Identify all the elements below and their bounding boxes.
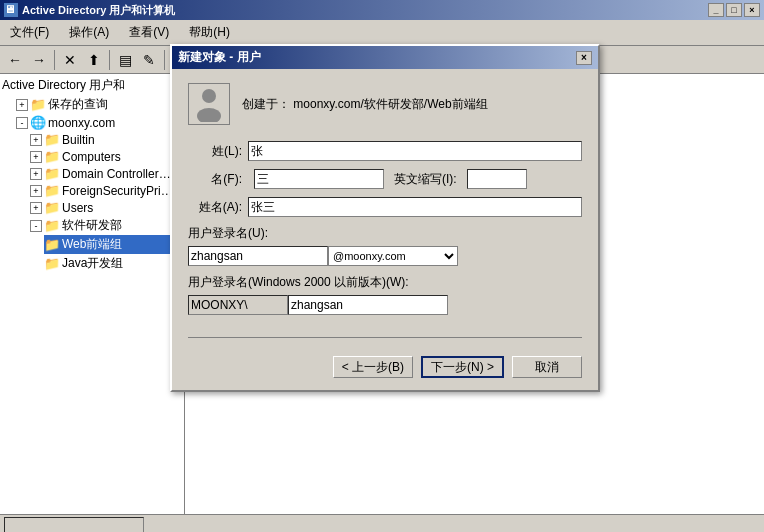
users-label: Users: [62, 201, 93, 215]
first-name-input[interactable]: [254, 169, 384, 189]
sidebar-header: Active Directory 用户和: [2, 76, 182, 95]
sidebar-item-fsp[interactable]: + 📁 ForeignSecurityPri…: [30, 182, 182, 199]
computers-label: Computers: [62, 150, 121, 164]
fsp-label: ForeignSecurityPri…: [62, 184, 173, 198]
winnt-input[interactable]: [288, 295, 448, 315]
minimize-button[interactable]: _: [708, 3, 724, 17]
domain-label: moonxy.com: [48, 116, 115, 130]
created-in-path-value: moonxy.com/软件研发部/Web前端组: [293, 97, 487, 111]
domain-select[interactable]: @moonxy.com: [328, 246, 458, 266]
expander-saved-queries[interactable]: +: [16, 99, 28, 111]
svg-point-0: [202, 89, 216, 103]
toolbar-separator-2: [109, 50, 110, 70]
full-name-input[interactable]: [248, 197, 582, 217]
menu-action[interactable]: 操作(A): [63, 22, 115, 43]
sidebar: Active Directory 用户和 + 📁 保存的查询 - 🌐 moonx…: [0, 74, 185, 514]
up-button[interactable]: ⬆: [83, 49, 105, 71]
user-avatar: [188, 83, 230, 125]
menu-file[interactable]: 文件(F): [4, 22, 55, 43]
sidebar-item-web-team[interactable]: 📁 Web前端组: [44, 235, 182, 254]
expander-domain[interactable]: -: [16, 117, 28, 129]
winnt-prefix: MOONXY\: [188, 295, 288, 315]
svg-point-1: [197, 108, 221, 122]
sidebar-item-domain[interactable]: - 🌐 moonxy.com: [16, 114, 182, 131]
menu-view[interactable]: 查看(V): [123, 22, 175, 43]
stop-button[interactable]: ✕: [59, 49, 81, 71]
person-icon: [193, 86, 225, 122]
saved-queries-label: 保存的查询: [48, 96, 108, 113]
java-team-label: Java开发组: [62, 255, 123, 272]
initials-label: 英文缩写(I):: [390, 171, 461, 188]
forward-button[interactable]: →: [28, 49, 50, 71]
login-section-label: 用户登录名(U):: [188, 225, 582, 242]
web-team-label: Web前端组: [62, 236, 122, 253]
toolbar-separator-3: [164, 50, 165, 70]
menu-help[interactable]: 帮助(H): [183, 22, 236, 43]
next-button[interactable]: 下一步(N) >: [421, 356, 504, 378]
back-button[interactable]: ←: [4, 49, 26, 71]
sidebar-item-java-team[interactable]: 📁 Java开发组: [44, 254, 182, 273]
last-name-label: 姓(L):: [188, 143, 248, 160]
sidebar-item-dc[interactable]: + 📁 Domain Controller…: [30, 165, 182, 182]
last-name-input[interactable]: [248, 141, 582, 161]
sidebar-item-builtin[interactable]: + 📁 Builtin: [30, 131, 182, 148]
dialog-footer: < 上一步(B) 下一步(N) > 取消: [172, 348, 598, 390]
winnt-section-label: 用户登录名(Windows 2000 以前版本)(W):: [188, 274, 582, 291]
created-in-label: 创建于：: [242, 97, 290, 111]
dialog-title-text: 新建对象 - 用户: [178, 49, 261, 66]
sidebar-item-computers[interactable]: + 📁 Computers: [30, 148, 182, 165]
full-name-label: 姓名(A):: [188, 199, 248, 216]
expander-computers[interactable]: +: [30, 151, 42, 163]
sidebar-item-saved-queries[interactable]: + 📁 保存的查询: [16, 95, 182, 114]
expander-users[interactable]: +: [30, 202, 42, 214]
dialog-close-button[interactable]: ×: [576, 51, 592, 65]
login-row: @moonxy.com: [188, 246, 582, 266]
dc-label: Domain Controller…: [62, 167, 171, 181]
login-input[interactable]: [188, 246, 328, 266]
cancel-button[interactable]: 取消: [512, 356, 582, 378]
expander-fsp[interactable]: +: [30, 185, 42, 197]
app-icon: 🖥: [4, 3, 18, 17]
new-user-dialog: 新建对象 - 用户 × 创建于： moonxy.com/软件研发部/Web前端组: [170, 44, 600, 392]
expander-dc[interactable]: +: [30, 168, 42, 180]
dialog-title-bar: 新建对象 - 用户 ×: [172, 46, 598, 69]
first-name-label: 名(F):: [188, 171, 248, 188]
status-scroll[interactable]: [4, 517, 144, 533]
software-dept-label: 软件研发部: [62, 217, 122, 234]
menu-bar: 文件(F) 操作(A) 查看(V) 帮助(H): [0, 20, 764, 46]
winnt-row: MOONXY\: [188, 295, 582, 315]
created-in-container: 创建于： moonxy.com/软件研发部/Web前端组: [242, 96, 488, 113]
dialog-body: 创建于： moonxy.com/软件研发部/Web前端组 姓(L): 名(F):…: [172, 69, 598, 337]
sidebar-item-software-dept[interactable]: - 📁 软件研发部: [30, 216, 182, 235]
title-bar: 🖥 Active Directory 用户和计算机 _ □ ×: [0, 0, 764, 20]
sidebar-item-users[interactable]: + 📁 Users: [30, 199, 182, 216]
edit-button[interactable]: ✎: [138, 49, 160, 71]
back-button[interactable]: < 上一步(B): [333, 356, 413, 378]
full-name-row: 姓名(A):: [188, 197, 582, 217]
sidebar-header-text: Active Directory 用户和: [2, 77, 125, 94]
last-name-row: 姓(L):: [188, 141, 582, 161]
dialog-header-row: 创建于： moonxy.com/软件研发部/Web前端组: [188, 83, 582, 125]
first-name-row: 名(F): 英文缩写(I):: [188, 169, 582, 189]
status-bar: [0, 514, 764, 532]
window-title: Active Directory 用户和计算机: [22, 3, 175, 18]
toolbar-separator-1: [54, 50, 55, 70]
initials-input[interactable]: [467, 169, 527, 189]
window-controls[interactable]: _ □ ×: [708, 3, 760, 17]
list-button[interactable]: ▤: [114, 49, 136, 71]
maximize-button[interactable]: □: [726, 3, 742, 17]
expander-builtin[interactable]: +: [30, 134, 42, 146]
builtin-label: Builtin: [62, 133, 95, 147]
dialog-divider: [188, 337, 582, 338]
expander-software-dept[interactable]: -: [30, 220, 42, 232]
close-button[interactable]: ×: [744, 3, 760, 17]
